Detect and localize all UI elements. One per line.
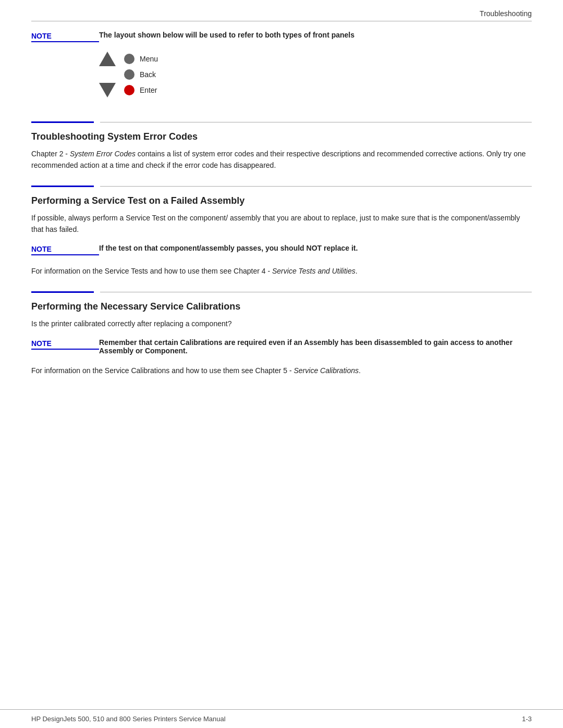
panel-row-menu: Menu xyxy=(99,52,532,66)
section1-divider xyxy=(31,121,532,123)
service-calibrations-italic: Service Calibrations xyxy=(293,366,359,375)
circle-gray-back xyxy=(124,69,134,80)
panel-row-back: Back xyxy=(99,69,532,80)
page-footer: HP DesignJets 500, 510 and 800 Series Pr… xyxy=(0,709,563,728)
note-label-2: NOTE xyxy=(31,244,99,255)
note-content-2: If the test on that component/assembly p… xyxy=(99,244,532,255)
back-label: Back xyxy=(140,70,156,79)
section2-divider xyxy=(31,186,532,187)
section1-body: Chapter 2 - System Error Codes contains … xyxy=(31,149,532,171)
footer-right: 1-3 xyxy=(522,715,532,723)
section2-line xyxy=(100,186,532,187)
section2-heading: Performing a Service Test on a Failed As… xyxy=(31,195,532,206)
section3-body2: For information on the Service Calibrati… xyxy=(31,365,532,377)
circle-gray-menu xyxy=(124,54,134,64)
triangle-down-icon xyxy=(99,83,116,97)
service-tests-italic: Service Tests and Utilities xyxy=(272,267,356,275)
front-panel-illustration: Menu Back Enter xyxy=(99,52,532,97)
section3-blue-bar xyxy=(31,291,94,293)
triangle-up-icon xyxy=(99,52,116,66)
footer-left: HP DesignJets 500, 510 and 800 Series Pr… xyxy=(31,715,226,723)
enter-label: Enter xyxy=(140,86,157,94)
section2-blue-bar xyxy=(31,186,94,187)
note-label-1: NOTE xyxy=(31,31,99,42)
section1-line xyxy=(100,122,532,122)
content-area: NOTE The layout shown below will be used… xyxy=(0,21,563,377)
page-header: Troubleshooting xyxy=(0,0,563,21)
section2-body2: For information on the Service Tests and… xyxy=(31,266,532,277)
section2-body: If possible, always perform a Service Te… xyxy=(31,213,532,235)
note-content-3: Remember that certain Calibrations are r… xyxy=(99,338,532,355)
circle-red-enter xyxy=(124,85,134,95)
section3-heading: Performing the Necessary Service Calibra… xyxy=(31,301,532,312)
page: Troubleshooting NOTE The layout shown be… xyxy=(0,0,563,728)
section1-heading: Troubleshooting System Error Codes xyxy=(31,131,532,142)
section3-line xyxy=(100,292,532,292)
note-content-1: The layout shown below will be used to r… xyxy=(99,31,532,42)
panel-row-enter: Enter xyxy=(99,83,532,97)
section1-blue-bar xyxy=(31,121,94,123)
section3-divider xyxy=(31,291,532,293)
note-block-2: NOTE If the test on that component/assem… xyxy=(31,244,532,255)
note-block-1: NOTE The layout shown below will be used… xyxy=(31,31,532,42)
note-block-3: NOTE Remember that certain Calibrations … xyxy=(31,338,532,355)
header-title: Troubleshooting xyxy=(480,9,532,18)
note-label-3: NOTE xyxy=(31,338,99,350)
section1-italic: System Error Codes xyxy=(70,150,136,158)
menu-label: Menu xyxy=(140,55,158,63)
section3-body: Is the printer calibrated correctly afte… xyxy=(31,318,532,330)
